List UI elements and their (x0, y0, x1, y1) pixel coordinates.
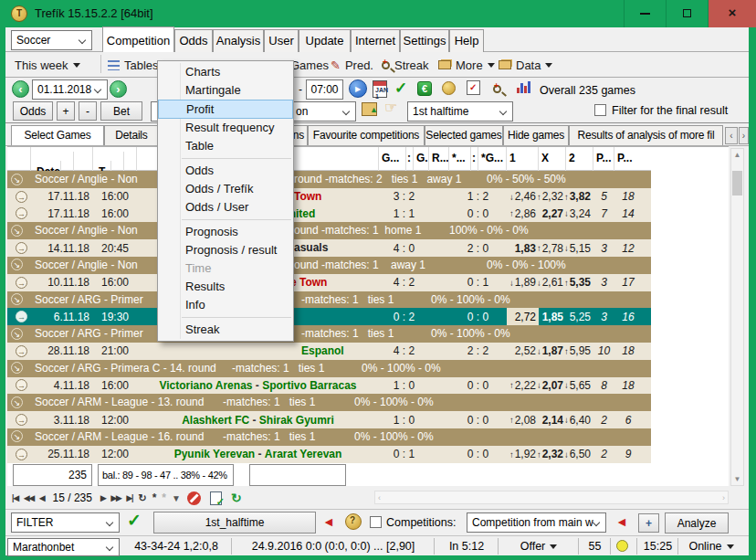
tab-help[interactable]: Help (449, 29, 484, 52)
table-row[interactable]: ↘ Soccer / ARG - Primera C - 14. round -… (7, 360, 651, 377)
filter-select[interactable]: FILTER (11, 512, 120, 533)
menu-item-info[interactable]: Info (158, 296, 293, 314)
red-arrow-left-icon[interactable]: ◄ (322, 514, 335, 529)
scroll-down-icon[interactable]: ▼ (731, 475, 743, 483)
scroll-up-icon[interactable]: ▲ (731, 151, 743, 159)
medal-icon[interactable] (442, 81, 456, 95)
menu-item-odds-trefik[interactable]: Odds / Trefík (158, 180, 293, 198)
table-row[interactable]: → 17.11.18 16:00 United 1 : 1 0 : 0 ↑2,8… (7, 206, 651, 223)
menu-item-charts[interactable]: Charts (158, 63, 293, 81)
table-row[interactable]: → 17.11.18 16:00 Town 3 : 2 1 : 2 ↓2,46 … (7, 188, 651, 206)
minus-button[interactable]: - (79, 101, 97, 121)
sport-select[interactable]: Soccer (11, 30, 92, 50)
bookmaker-select[interactable]: Marathonbet (7, 538, 120, 556)
table-row[interactable]: → 25.11.18 12:00 Pyunik Yerevan - Ararat… (7, 446, 651, 463)
collapse-icon[interactable]: ↘ (11, 293, 23, 305)
nav-filter-icon[interactable]: ▼ (169, 491, 184, 506)
table-header[interactable]: Date T.. G... : G... R... *... : *G... 1… (7, 147, 651, 171)
market-select[interactable]: 1st halftime (407, 101, 513, 122)
close-button[interactable]: × (708, 0, 756, 27)
nav-prev-button[interactable]: ◀ (37, 491, 47, 505)
calendar-icon[interactable]: JAN1 (373, 80, 387, 98)
competitions-checkbox[interactable] (370, 516, 382, 528)
tab-odds[interactable]: Odds (174, 29, 213, 52)
table-row[interactable]: → 28.11.18 21:00 Espanol 4 : 2 2 : 2 2,5… (7, 343, 651, 360)
table-row[interactable]: → 10.11.18 16:00 e Town 4 : 2 0 : 1 ↓1,8… (7, 274, 651, 291)
scrollbar-thumb[interactable] (732, 171, 742, 195)
tab-update[interactable]: Update (299, 29, 351, 52)
no-entry-icon[interactable] (187, 491, 201, 505)
tab-scroll-right-button[interactable]: › (739, 127, 749, 144)
collapse-icon[interactable]: ↘ (11, 362, 23, 374)
toolbar-streak-button[interactable]: +Streak (382, 57, 429, 73)
collapse-icon[interactable]: ↘ (11, 174, 23, 185)
toolbar-tables-button[interactable]: Tables (108, 57, 159, 73)
menu-item-streak[interactable]: Streak (158, 321, 293, 339)
tab-details[interactable]: Details (104, 125, 159, 145)
tab-settings[interactable]: Settings (400, 29, 449, 52)
tab-results-analysis[interactable]: Results of analysis of more fil (569, 125, 723, 145)
plus-button[interactable]: + (57, 101, 75, 121)
expand-icon[interactable]: → (16, 345, 27, 357)
status-offer-dropdown[interactable]: Offer (499, 537, 578, 555)
tab-internet[interactable]: Internet (351, 29, 400, 52)
tab-select-games[interactable]: Select Games (11, 125, 104, 145)
expand-icon[interactable]: → (16, 242, 27, 254)
bet-button[interactable]: Bet (100, 101, 142, 121)
nav-insert-button[interactable]: * (150, 489, 160, 507)
time-field[interactable]: 07:00 (306, 79, 343, 100)
tab-selected-games[interactable]: Selected games (425, 125, 503, 145)
nav-fast-next-button[interactable]: ▶▶ (108, 491, 123, 505)
collapse-icon[interactable]: ↘ (11, 328, 23, 340)
check-icon[interactable]: ✓ (394, 79, 407, 98)
analyze-button[interactable]: Analyze (665, 512, 729, 534)
menu-item-prognosis-result[interactable]: Prognosis / result (158, 241, 293, 259)
checklist-icon[interactable] (467, 80, 480, 95)
table-row[interactable]: ↘ Soccer / Anglie - Non ound -matches: 1… (7, 257, 651, 274)
menu-item-table[interactable]: Table (158, 137, 293, 155)
expand-icon[interactable]: → (16, 414, 27, 426)
collapse-icon[interactable]: ↘ (11, 225, 23, 237)
toolbar-prediction-button[interactable]: ✎Pred. (331, 57, 373, 73)
menu-item-odds-user[interactable]: Odds / User (158, 198, 293, 217)
nav-edit-button[interactable]: * (159, 489, 169, 507)
scroll-right-icon[interactable]: › (722, 493, 725, 502)
play-to-end-icon[interactable]: ▶ (349, 79, 367, 98)
date-forward-button[interactable]: › (110, 80, 127, 98)
date-back-button[interactable]: ‹ (12, 80, 29, 98)
nav-refresh-button[interactable]: ↻ (135, 490, 149, 507)
menu-item-result-frequency[interactable]: Result frequency (158, 119, 293, 137)
expand-icon[interactable]: → (16, 379, 27, 391)
add-page-icon[interactable]: ✓ (210, 491, 222, 505)
toolbar-more-dropdown[interactable]: More (438, 57, 495, 73)
preset-button[interactable]: 1st_halftime (153, 512, 316, 534)
competition-select[interactable]: Competition from main winc (467, 512, 606, 533)
tab-hide-games[interactable]: Hide games (503, 125, 569, 145)
table-row[interactable]: ↘ Soccer / ARM - League - 16. round -mat… (7, 428, 651, 446)
refresh-icon[interactable]: ↻ (231, 491, 242, 505)
table-row[interactable]: ↘ Soccer / ARM - League - 13. round -mat… (7, 394, 651, 411)
horizontal-scrollbar[interactable]: ‹ › (374, 491, 729, 504)
table-row[interactable]: → 4.11.18 16:00 Victoriano Arenas - Spor… (7, 377, 651, 395)
date-from-select[interactable]: 01.11.2018 (32, 79, 108, 100)
search-plus-icon[interactable]: + (493, 85, 501, 93)
collapse-icon[interactable]: ↘ (11, 396, 23, 408)
help-bell-icon[interactable]: ? (345, 513, 362, 530)
tab-scroll-left-button[interactable]: ‹ (725, 127, 738, 144)
collapse-icon[interactable]: ↘ (11, 430, 23, 442)
count-box[interactable]: 235 (13, 464, 92, 486)
table-row[interactable]: ↘ Soccer / Anglie - Non round -matches: … (7, 171, 651, 188)
menu-item-profit[interactable]: Profit (158, 100, 293, 119)
expand-icon[interactable]: → (16, 277, 27, 289)
table-scrollbar[interactable]: ▲ ▼ (730, 148, 744, 486)
status-online-dropdown[interactable]: Online (679, 537, 743, 555)
expand-window-button[interactable]: + (638, 513, 659, 533)
nav-first-button[interactable]: |◀ (9, 491, 21, 505)
expand-icon[interactable]: → (16, 449, 27, 460)
folder-export-icon[interactable]: ▲ (362, 102, 377, 116)
table-row-selected[interactable]: → 6.11.18 19:30 0 : 2 0 : 0 2,72 1,85 5,… (7, 308, 651, 325)
table-row[interactable]: ↘ Soccer / ARG - Primer -matches: 1 ties… (7, 291, 651, 309)
red-arrow-left-icon[interactable]: ◄ (615, 514, 628, 529)
tab-analysis[interactable]: Analysis (213, 29, 264, 52)
tab-competition[interactable]: Competition (102, 26, 174, 52)
